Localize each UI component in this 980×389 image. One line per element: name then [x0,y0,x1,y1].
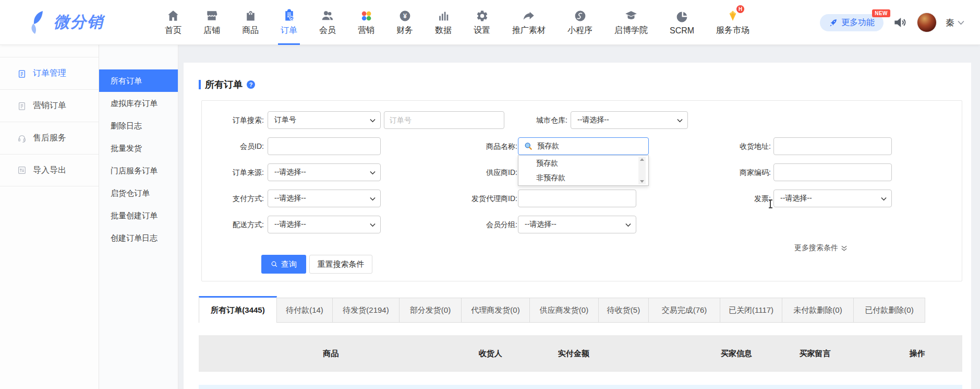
tab-supplier-shipped[interactable]: 供应商发货(0) [529,298,599,323]
tab-closed[interactable]: 已关闭(1117) [720,298,782,323]
orders-table-header: 商品 收货人 实付金额 买家信息 买家留言 操作 [199,335,962,372]
tab-unpaid-deleted[interactable]: 未付款删除(0) [782,298,854,323]
nav-item-products[interactable]: 商品 [231,0,270,45]
user-avatar[interactable] [917,13,937,32]
nav-item-promo-material[interactable]: 推广素材 [501,0,556,45]
merchant-code-label: 商家编码: [671,163,771,181]
supplier-id-label: 供应商ID: [420,163,517,181]
chevron-down-icon [370,223,376,227]
submenu-item-batch-create-orders[interactable]: 批量创建订单 [99,204,178,227]
order-search-label: 订单搜索: [202,111,264,129]
shipping-address-label: 收货地址: [671,137,771,155]
tab-all-orders[interactable]: 所有订单(3445) [199,296,277,323]
submenu-item-batch-shipping[interactable]: 批量发货 [99,137,178,159]
product-name-combobox[interactable]: 预存款 [518,137,649,155]
tab-agent-shipped[interactable]: 代理商发货(0) [461,298,530,323]
nav-item-service-market[interactable]: H 服务市场 [705,0,760,45]
nav-item-settings[interactable]: 设置 [463,0,501,45]
order-search-type-select[interactable]: 订单号 [268,111,381,129]
sidebar-item-order-management[interactable]: 订单管理 [0,57,99,89]
nav-item-shop[interactable]: 店铺 [192,0,231,45]
submenu-item-store-service-orders[interactable]: 门店服务订单 [99,159,178,182]
column-consignee: 收货人 [479,335,502,372]
invoice-select[interactable]: --请选择-- [773,190,892,207]
order-clipboard-icon [283,8,296,22]
nav-item-marketing[interactable]: 营销 [347,0,385,45]
payment-method-label: 支付方式: [202,190,264,207]
nav-item-scrm[interactable]: SCRM [659,0,705,45]
submenu-item-virtual-stock-orders[interactable]: 虚拟库存订单 [99,92,178,114]
new-badge: NEW [872,9,890,17]
search-button[interactable]: 查询 [261,255,306,274]
more-search-conditions-link[interactable]: 更多搜索条件 [794,243,862,253]
help-icon[interactable]: ? [247,80,255,89]
text-cursor [770,200,771,208]
merchant-code-input[interactable] [773,163,892,181]
order-submenu: 所有订单 虚拟库存订单 删除日志 批量发货 门店服务订单 启货仓订单 批量创建订… [99,45,178,389]
search-icon [271,261,278,268]
member-id-input[interactable] [268,137,381,155]
share-arrow-icon [522,8,536,22]
headset-icon [17,134,27,143]
sidebar-item-marketing-orders[interactable]: 营销订单 [0,89,99,122]
nav-item-miniprogram[interactable]: 小程序 [556,0,603,45]
tab-pending-receipt[interactable]: 待收货(5) [598,298,649,323]
document-icon [17,101,27,111]
double-chevron-down-icon [841,245,848,252]
scroll-up-arrow-icon[interactable] [640,158,644,161]
page-title: 所有订单 [205,78,243,91]
submenu-item-delete-log[interactable]: 删除日志 [99,114,178,137]
search-form: 订单搜索: 订单号 城市仓库: --请选择-- 会员ID: 商品名称: 预存款 … [201,100,962,281]
shipping-address-input[interactable] [773,137,892,155]
city-warehouse-label: 城市仓库: [463,111,567,129]
search-magnifier-icon [524,142,533,151]
nav-item-academy[interactable]: 启博学院 [603,0,659,45]
nav-item-data[interactable]: 数据 [424,0,463,45]
more-features-button[interactable]: 更多功能 NEW [820,14,884,31]
nav-item-home[interactable]: 首页 [154,0,192,45]
logo-text: 微分销 [54,11,104,33]
tab-paid-deleted[interactable]: 已付款删除(0) [853,298,925,323]
nav-item-finance[interactable]: ¥ 财务 [385,0,424,45]
column-buyer-info: 买家信息 [721,335,752,372]
sidebar-item-after-sales[interactable]: 售后服务 [0,122,99,154]
hot-badge: H [736,5,744,13]
column-product: 商品 [323,335,338,372]
chevron-down-icon [370,171,376,175]
sidebar-item-import-export[interactable]: 导入导出 [0,154,99,186]
nav-item-orders[interactable]: 订单 [270,0,308,45]
user-menu[interactable]: 秦 [946,17,964,29]
submenu-item-create-order-log[interactable]: 创建订单日志 [99,227,178,249]
submenu-item-qibo-warehouse-orders[interactable]: 启货仓订单 [99,182,178,204]
tab-partial-shipment[interactable]: 部分发货(0) [399,298,462,323]
shipping-agent-id-input[interactable] [518,190,636,207]
dropdown-option-prepaid[interactable]: 预存款 [518,156,648,170]
tab-completed[interactable]: 交易完成(76) [648,298,720,323]
reset-search-button[interactable]: 重置搜索条件 [309,255,372,274]
main-nav: 首页 店铺 商品 订单 会员 营销 ¥ 财务 数据 [154,0,760,45]
payment-method-select[interactable]: --请选择-- [268,190,381,207]
nav-item-members[interactable]: 会员 [308,0,347,45]
column-actions: 操作 [910,335,925,372]
store-icon [205,8,219,22]
shopping-bag-icon [244,8,257,22]
member-id-label: 会员ID: [202,137,264,155]
announcement-speaker-icon[interactable] [892,15,908,30]
tab-pending-payment[interactable]: 待付款(14) [276,298,333,323]
main-panel: 所有订单 ? 订单搜索: 订单号 城市仓库: --请选择-- 会员ID: 商品名… [184,63,971,389]
order-source-select[interactable]: --请选择-- [268,163,381,181]
submenu-item-all-orders[interactable]: 所有订单 [99,69,178,92]
city-warehouse-select[interactable]: --请选择-- [571,111,688,129]
chevron-down-icon [625,223,631,227]
rocket-icon [829,18,838,27]
scroll-down-arrow-icon[interactable] [640,180,644,183]
delivery-method-select[interactable]: --请选择-- [268,216,381,233]
users-icon [321,8,334,22]
member-group-select[interactable]: --请选择-- [518,216,636,233]
dropdown-option-non-prepaid[interactable]: 非预存款 [518,170,648,185]
header-right-cluster: 更多功能 NEW 秦 [820,0,964,45]
delivery-method-label: 配送方式: [202,216,264,233]
app-logo[interactable]: 微分销 [29,10,133,34]
dropdown-scrollbar[interactable] [638,157,646,184]
tab-pending-shipment[interactable]: 待发货(2194) [332,298,400,323]
